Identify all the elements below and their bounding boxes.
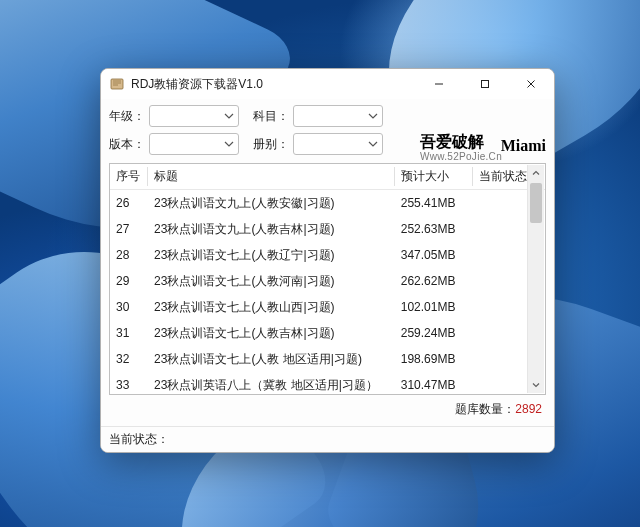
chevron-down-icon xyxy=(224,111,234,121)
result-table: 序号 标题 预计大小 当前状态 2623秋点训语文九上(人教安徽|习题)255.… xyxy=(110,164,545,395)
total-label: 题库数量： xyxy=(455,402,515,416)
table-row[interactable]: 3123秋点训语文七上(人教吉林|习题)259.24MB xyxy=(110,320,545,346)
logo-suffix: Miami xyxy=(501,137,546,155)
volume-combo[interactable] xyxy=(293,133,383,155)
cell-title: 23秋点训语文七上(人教吉林|习题) xyxy=(148,320,395,346)
close-button[interactable] xyxy=(508,69,554,99)
volume-label: 册别： xyxy=(253,136,289,153)
scroll-track[interactable] xyxy=(528,181,544,377)
chevron-down-icon xyxy=(368,111,378,121)
chevron-down-icon xyxy=(224,139,234,149)
logo-url: Www.52PoJie.Cn xyxy=(420,151,502,162)
vertical-scrollbar[interactable] xyxy=(527,165,544,393)
cell-title: 23秋点训语文七上(人教辽宁|习题) xyxy=(148,242,395,268)
window-title: RDJ教辅资源下载器V1.0 xyxy=(131,76,416,93)
app-window: RDJ教辅资源下载器V1.0 吾爱破解 Www.52PoJie.Cn Miami… xyxy=(100,68,555,453)
cell-title: 23秋点训语文七上(人教山西|习题) xyxy=(148,294,395,320)
grade-label: 年级： xyxy=(109,108,145,125)
col-size[interactable]: 预计大小 xyxy=(395,164,473,190)
cell-seq: 32 xyxy=(110,346,148,372)
svg-rect-2 xyxy=(482,81,489,88)
cell-size: 102.01MB xyxy=(395,294,473,320)
status-label: 当前状态： xyxy=(109,431,169,448)
logo-text: 吾爱破解 xyxy=(420,133,502,151)
col-title[interactable]: 标题 xyxy=(148,164,395,190)
table-row[interactable]: 3223秋点训语文七上(人教 地区适用|习题)198.69MB xyxy=(110,346,545,372)
app-icon xyxy=(109,76,125,92)
cell-title: 23秋点训语文九上(人教吉林|习题) xyxy=(148,216,395,242)
cell-size: 259.24MB xyxy=(395,320,473,346)
cell-seq: 28 xyxy=(110,242,148,268)
table-row[interactable]: 2623秋点训语文九上(人教安徽|习题)255.41MB xyxy=(110,190,545,217)
chevron-down-icon xyxy=(368,139,378,149)
table-row[interactable]: 2923秋点训语文七上(人教河南|习题)262.62MB xyxy=(110,268,545,294)
version-label: 版本： xyxy=(109,136,145,153)
total-count-row: 题库数量：2892 xyxy=(109,395,546,422)
cell-title: 23秋点训语文九上(人教安徽|习题) xyxy=(148,190,395,217)
scroll-up-button[interactable] xyxy=(528,165,544,181)
table-row[interactable]: 3023秋点训语文七上(人教山西|习题)102.01MB xyxy=(110,294,545,320)
subject-label: 科目： xyxy=(253,108,289,125)
site-logo: 吾爱破解 Www.52PoJie.Cn Miami xyxy=(462,133,544,162)
subject-combo[interactable] xyxy=(293,105,383,127)
titlebar[interactable]: RDJ教辅资源下载器V1.0 xyxy=(101,69,554,99)
cell-size: 347.05MB xyxy=(395,242,473,268)
table-row[interactable]: 2723秋点训语文九上(人教吉林|习题)252.63MB xyxy=(110,216,545,242)
cell-seq: 26 xyxy=(110,190,148,217)
total-value: 2892 xyxy=(515,402,542,416)
cell-seq: 29 xyxy=(110,268,148,294)
cell-size: 255.41MB xyxy=(395,190,473,217)
statusbar: 当前状态： xyxy=(101,426,554,452)
result-table-container: 序号 标题 预计大小 当前状态 2623秋点训语文九上(人教安徽|习题)255.… xyxy=(109,163,546,395)
cell-seq: 31 xyxy=(110,320,148,346)
cell-seq: 27 xyxy=(110,216,148,242)
cell-title: 23秋点训英语八上（冀教 地区适用|习题） xyxy=(148,372,395,395)
scroll-down-button[interactable] xyxy=(528,377,544,393)
scroll-thumb[interactable] xyxy=(530,183,542,223)
minimize-button[interactable] xyxy=(416,69,462,99)
cell-seq: 30 xyxy=(110,294,148,320)
cell-title: 23秋点训语文七上(人教 地区适用|习题) xyxy=(148,346,395,372)
table-row[interactable]: 3323秋点训英语八上（冀教 地区适用|习题）310.47MB xyxy=(110,372,545,395)
cell-size: 310.47MB xyxy=(395,372,473,395)
cell-size: 198.69MB xyxy=(395,346,473,372)
grade-combo[interactable] xyxy=(149,105,239,127)
svg-rect-0 xyxy=(111,79,123,89)
cell-size: 262.62MB xyxy=(395,268,473,294)
cell-title: 23秋点训语文七上(人教河南|习题) xyxy=(148,268,395,294)
cell-size: 252.63MB xyxy=(395,216,473,242)
cell-seq: 33 xyxy=(110,372,148,395)
version-combo[interactable] xyxy=(149,133,239,155)
client-area: 吾爱破解 Www.52PoJie.Cn Miami 年级： 科目： 版本： xyxy=(101,99,554,426)
table-row[interactable]: 2823秋点训语文七上(人教辽宁|习题)347.05MB xyxy=(110,242,545,268)
maximize-button[interactable] xyxy=(462,69,508,99)
col-seq[interactable]: 序号 xyxy=(110,164,148,190)
table-header-row[interactable]: 序号 标题 预计大小 当前状态 xyxy=(110,164,545,190)
